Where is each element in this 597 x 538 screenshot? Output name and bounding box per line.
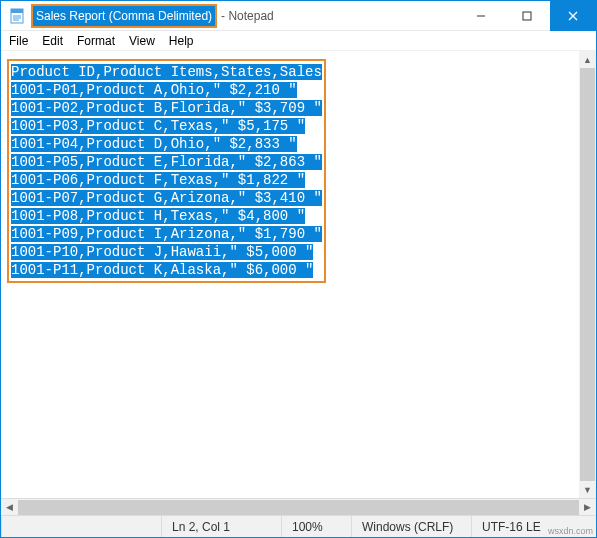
vertical-scrollbar[interactable]: ▲ ▼ (579, 51, 596, 498)
menubar: File Edit Format View Help (1, 31, 596, 51)
svg-rect-6 (523, 12, 531, 20)
status-cursor-position: Ln 2, Col 1 (161, 516, 281, 537)
scroll-down-icon[interactable]: ▼ (579, 481, 596, 498)
text-line[interactable]: 1001-P11,Product K,Alaska," $6,000 " (11, 262, 313, 278)
text-line[interactable]: Product ID,Product Items,States,Sales (11, 64, 322, 80)
menu-format[interactable]: Format (77, 34, 115, 48)
menu-edit[interactable]: Edit (42, 34, 63, 48)
status-zoom: 100% (281, 516, 351, 537)
text-line[interactable]: 1001-P10,Product J,Hawaii," $5,000 " (11, 244, 313, 260)
scroll-right-icon[interactable]: ▶ (579, 499, 596, 516)
menu-view[interactable]: View (129, 34, 155, 48)
notepad-icon (9, 8, 25, 24)
horizontal-scrollbar[interactable]: ◀ ▶ (1, 498, 596, 515)
text-line[interactable]: 1001-P05,Product E,Florida," $2,863 " (11, 154, 322, 170)
highlighted-selection: Product ID,Product Items,States,Sales 10… (7, 59, 326, 283)
scroll-track[interactable] (579, 68, 596, 481)
text-editor[interactable]: Product ID,Product Items,States,Sales 10… (1, 51, 596, 498)
scroll-left-icon[interactable]: ◀ (1, 499, 18, 516)
window-title-highlighted: Sales Report (Comma Delimited) (31, 4, 217, 28)
menu-file[interactable]: File (9, 34, 28, 48)
window-controls (458, 1, 596, 31)
close-button[interactable] (550, 1, 596, 31)
scroll-thumb[interactable] (580, 68, 595, 481)
minimize-button[interactable] (458, 1, 504, 31)
notepad-window: Sales Report (Comma Delimited) - Notepad… (0, 0, 597, 538)
scroll-thumb[interactable] (18, 500, 579, 515)
text-line[interactable]: 1001-P08,Product H,Texas," $4,800 " (11, 208, 305, 224)
text-line[interactable]: 1001-P06,Product F,Texas," $1,822 " (11, 172, 305, 188)
text-line[interactable]: 1001-P03,Product C,Texas," $5,175 " (11, 118, 305, 134)
text-line[interactable]: 1001-P07,Product G,Arizona," $3,410 " (11, 190, 322, 206)
text-line[interactable]: 1001-P02,Product B,Florida," $3,709 " (11, 100, 322, 116)
scroll-up-icon[interactable]: ▲ (579, 51, 596, 68)
status-empty (1, 516, 161, 537)
status-line-ending: Windows (CRLF) (351, 516, 471, 537)
menu-help[interactable]: Help (169, 34, 194, 48)
scroll-track[interactable] (18, 499, 579, 516)
svg-rect-1 (11, 9, 23, 13)
statusbar: Ln 2, Col 1 100% Windows (CRLF) UTF-16 L… (1, 515, 596, 537)
titlebar[interactable]: Sales Report (Comma Delimited) - Notepad (1, 1, 596, 31)
text-line[interactable]: 1001-P09,Product I,Arizona," $1,790 " (11, 226, 322, 242)
text-line[interactable]: 1001-P01,Product A,Ohio," $2,210 " (11, 82, 297, 98)
status-encoding: UTF-16 LE (471, 516, 596, 537)
text-line[interactable]: 1001-P04,Product D,Ohio," $2,833 " (11, 136, 297, 152)
maximize-button[interactable] (504, 1, 550, 31)
window-title-suffix: - Notepad (221, 9, 274, 23)
